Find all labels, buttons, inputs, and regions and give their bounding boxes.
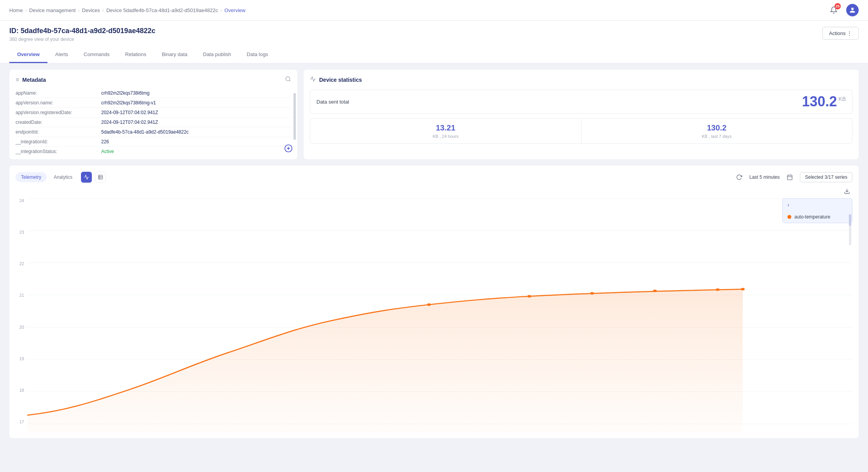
page-header: ID: 5dadfe4b-57ca-48d1-a9d2-d5019ae4822c… — [0, 21, 868, 63]
y-label-18: 18 — [16, 388, 24, 393]
meta-val-regdate: 2024-09-12T07:04:02.941Z — [101, 110, 158, 115]
refresh-button[interactable] — [734, 172, 745, 183]
chart-area: › auto-temperature — [27, 198, 852, 432]
chart-dot-6 — [741, 288, 745, 290]
notification-badge: 25 — [835, 3, 841, 9]
tabs-bar: Overview Alerts Commands Relations Binar… — [9, 47, 859, 63]
meta-key-appversion: appVersion.name: — [16, 100, 101, 106]
metadata-add-button[interactable] — [284, 144, 293, 155]
tab-commands[interactable]: Commands — [76, 47, 117, 63]
meta-val-status: Active — [101, 149, 114, 154]
legend-label-temperature: auto-temperature — [794, 214, 830, 220]
stats-7d-value: 130.2 — [588, 123, 846, 132]
stats-24h-label: KB , 24 hours — [316, 134, 575, 139]
breadcrumb-devices[interactable]: Devices — [82, 7, 100, 13]
device-statistics-panel: Device statistics Data sent total 130.2 … — [304, 70, 859, 159]
telemetry-panel: Telemetry Analytics — [9, 166, 859, 438]
breadcrumb-home[interactable]: Home — [9, 7, 23, 13]
tab-data-logs[interactable]: Data logs — [239, 47, 276, 63]
meta-row-created: createdDate: 2024-09-12T07:04:02.941Z — [16, 118, 291, 127]
legend-dot-temperature — [787, 215, 791, 219]
tab-relations[interactable]: Relations — [118, 47, 154, 63]
meta-val-appname: crh92m2l2kqs738i6tmg — [101, 90, 149, 96]
sep1: › — [25, 7, 27, 13]
meta-row-integration: __integrationId: 226 — [16, 137, 291, 147]
svg-point-0 — [286, 77, 290, 81]
meta-row-appname: appName: crh92m2l2kqs738i6tmg — [16, 88, 291, 98]
meta-key-regdate: appVersion.registeredDate: — [16, 110, 101, 115]
chart-dot-1 — [427, 303, 431, 306]
chart-line-icon-btn[interactable] — [81, 172, 92, 183]
actions-button[interactable]: Actions ⋮ — [822, 27, 859, 40]
breadcrumb-bar: Home › Device management › Devices › Dev… — [0, 0, 868, 21]
stats-total-row: Data sent total 130.2 KB — [310, 90, 852, 114]
metadata-search-button[interactable] — [285, 76, 291, 84]
meta-key-integration: __integrationId: — [16, 139, 101, 144]
meta-key-appname: appName: — [16, 90, 101, 96]
y-label-23: 23 — [16, 230, 24, 234]
header-icons: 25 — [828, 4, 859, 16]
meta-row-endpoint: endpointId: 5dadfe4b-57ca-48d1-a9d2-d501… — [16, 127, 291, 137]
meta-val-integration: 226 — [101, 139, 109, 144]
meta-val-created: 2024-09-12T07:04:02.941Z — [101, 120, 158, 125]
metadata-scrollbar[interactable] — [293, 93, 296, 140]
meta-row-status: __integrationStatus: Active — [16, 147, 291, 156]
legend-expand-button[interactable]: › — [783, 199, 852, 211]
metadata-title: Metadata — [22, 77, 46, 83]
stats-total-unit: KB — [838, 96, 846, 102]
y-label-24: 24 — [16, 198, 24, 203]
meta-key-endpoint: endpointId: — [16, 129, 101, 135]
tab-binary-data[interactable]: Binary data — [154, 47, 195, 63]
breadcrumb-device-mgmt[interactable]: Device management — [29, 7, 76, 13]
top-row: ≡ Metadata appName: crh92m2l2kqs738i6tmg… — [9, 70, 859, 159]
stats-total-value: 130.2 KB — [802, 95, 846, 109]
y-label-21: 21 — [16, 293, 24, 298]
meta-row-appversion: appVersion.name: crh92m2l2kqs738i6tmg-v1 — [16, 98, 291, 108]
main-content: ≡ Metadata appName: crh92m2l2kqs738i6tmg… — [0, 63, 868, 444]
chart-svg — [27, 198, 780, 432]
breadcrumb-device-id[interactable]: Device 5dadfe4b-57ca-48d1-a9d2-d5019ae48… — [106, 7, 218, 13]
user-avatar[interactable] — [846, 4, 859, 16]
chart-dot-5 — [716, 288, 720, 291]
stats-7d-label: KB , last 7 days — [588, 134, 846, 139]
stats-icon — [310, 76, 316, 83]
tab-overview[interactable]: Overview — [9, 47, 47, 63]
metadata-table: appName: crh92m2l2kqs738i6tmg appVersion… — [16, 88, 291, 156]
sep2: › — [78, 7, 79, 13]
chart-container: 24 23 22 21 20 19 18 17 — [16, 198, 852, 432]
metadata-panel: ≡ Metadata appName: crh92m2l2kqs738i6tmg… — [9, 70, 297, 159]
sep4: › — [220, 7, 222, 13]
telemetry-tabs: Telemetry Analytics — [16, 172, 106, 183]
legend-item-temperature[interactable]: auto-temperature — [783, 211, 852, 223]
tab-data-publish[interactable]: Data publish — [195, 47, 239, 63]
page-subtitle: 360 degree view of your device — [9, 37, 155, 42]
chart-dot-4 — [653, 290, 657, 292]
page-title: ID: 5dadfe4b-57ca-48d1-a9d2-d5019ae4822c — [9, 27, 155, 35]
notifications-button[interactable]: 25 — [828, 4, 840, 16]
y-label-20: 20 — [16, 325, 24, 329]
download-area — [16, 186, 852, 197]
breadcrumb: Home › Device management › Devices › Dev… — [9, 7, 246, 13]
tab-telemetry[interactable]: Telemetry — [16, 172, 47, 182]
breadcrumb-current: Overview — [225, 7, 246, 13]
series-selector-button[interactable]: Selected 3/17 series — [800, 172, 852, 182]
stats-sub-row: 13.21 KB , 24 hours 130.2 KB , last 7 da… — [310, 118, 852, 144]
time-range-button[interactable]: Last 5 minutes — [749, 174, 780, 180]
legend-scrollbar-thumb — [849, 214, 851, 226]
chart-dot-2 — [527, 295, 531, 298]
meta-key-status: __integrationStatus: — [16, 149, 101, 154]
stats-7d: 130.2 KB , last 7 days — [582, 119, 852, 143]
table-view-icon-btn[interactable] — [95, 172, 106, 183]
tab-analytics[interactable]: Analytics — [48, 172, 78, 182]
telemetry-header: Telemetry Analytics — [16, 172, 852, 183]
meta-val-endpoint: 5dadfe4b-57ca-48d1-a9d2-d5019ae4822c — [101, 129, 189, 135]
calendar-button[interactable] — [784, 172, 795, 183]
y-label-19: 19 — [16, 356, 24, 361]
svg-rect-4 — [98, 175, 103, 180]
download-button[interactable] — [842, 186, 852, 197]
stats-title-text: Device statistics — [319, 77, 362, 83]
legend-chevron-icon: › — [787, 202, 789, 208]
tab-alerts[interactable]: Alerts — [47, 47, 76, 63]
legend-scrollbar[interactable] — [849, 214, 851, 245]
stats-total-label: Data sent total — [316, 99, 349, 105]
